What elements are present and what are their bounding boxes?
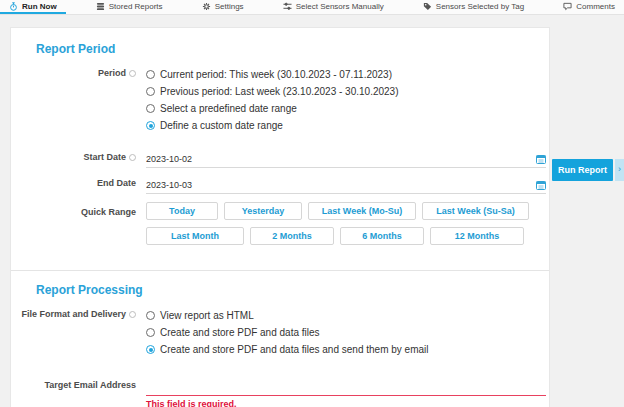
radio-label: Create and store PDF and data files [160,327,320,338]
period-row: Period Current period: This week (30.10.… [11,66,549,134]
calendar-icon[interactable] [536,154,546,164]
radio-icon[interactable] [146,121,155,130]
tab-settings[interactable]: Settings [193,0,253,14]
quick-range-label: Quick Range [11,202,146,217]
quick-range-12-months-button[interactable]: 12 Months [430,227,524,245]
info-icon[interactable] [129,70,136,77]
file-format-row: File Format and Delivery View report as … [11,307,549,358]
info-icon[interactable] [129,311,136,318]
tab-sensors-selected-by-tag[interactable]: Sensors Selected by Tag [414,0,533,14]
period-option-predefined[interactable]: Select a predefined date range [146,100,546,117]
radio-icon[interactable] [146,70,155,79]
quick-range-last-month-button[interactable]: Last Month [146,227,244,245]
expand-panel-chevron-icon[interactable]: › [615,159,624,181]
radio-icon[interactable] [146,311,155,320]
tab-stored-reports[interactable]: Stored Reports [87,0,172,14]
period-label: Period [11,66,146,78]
tab-label: Stored Reports [109,2,163,11]
radio-label: Previous period: Last week (23.10.2023 -… [160,86,399,97]
period-option-custom[interactable]: Define a custom date range [146,117,546,134]
period-option-previous[interactable]: Previous period: Last week (23.10.2023 -… [146,83,546,100]
quick-range-yesterday-button[interactable]: Yesterday [224,202,302,220]
tab-label: Run Now [22,2,57,11]
tab-select-sensors-manually[interactable]: Select Sensors Manually [274,0,393,14]
end-date-row: End Date [11,176,549,194]
start-date-label: Start Date [11,150,146,162]
tab-label: Settings [215,2,244,11]
quick-range-last-week-su-sa-button[interactable]: Last Week (Su-Sa) [422,202,529,220]
tab-label: Sensors Selected by Tag [436,2,524,11]
tab-bar: Run Now Stored Reports Settings Select S… [0,0,624,15]
sliders-icon [283,2,292,11]
radio-icon[interactable] [146,104,155,113]
file-format-label: File Format and Delivery [11,307,146,319]
quick-range-row: Quick Range Today Yesterday Last Week (M… [11,202,549,252]
required-field-error: This field is required. [146,399,546,407]
report-period-heading: Report Period [36,42,549,56]
end-date-input[interactable] [146,180,536,190]
section-divider [11,270,549,271]
file-format-option-pdf[interactable]: Create and store PDF and data files [146,324,546,341]
file-format-option-pdf-email[interactable]: Create and store PDF and data files and … [146,341,546,358]
gear-icon [202,2,211,11]
database-icon [96,2,105,11]
tab-label: Comments [576,2,615,11]
radio-icon[interactable] [146,87,155,96]
quick-range-today-button[interactable]: Today [146,202,218,220]
target-email-input[interactable] [146,382,546,392]
radio-label: Select a predefined date range [160,103,297,114]
quick-range-2-months-button[interactable]: 2 Months [250,227,334,245]
comment-icon [563,2,572,11]
target-email-row: Target Email Address This field is requi… [11,378,549,407]
report-processing-heading: Report Processing [36,283,549,297]
radio-label: View report as HTML [160,310,254,321]
report-settings-card: Report Period Period Current period: Thi… [10,27,550,407]
file-format-option-html[interactable]: View report as HTML [146,307,546,324]
radio-label: Define a custom date range [160,120,283,131]
tab-comments[interactable]: Comments [554,0,624,14]
end-date-label: End Date [11,176,146,188]
start-date-row: Start Date [11,150,549,168]
radio-label: Current period: This week (30.10.2023 - … [160,69,392,80]
target-email-label: Target Email Address [11,378,146,390]
period-option-current[interactable]: Current period: This week (30.10.2023 - … [146,66,546,83]
info-icon[interactable] [129,154,136,161]
stopwatch-icon [9,2,18,11]
radio-icon[interactable] [146,328,155,337]
radio-label: Create and store PDF and data files and … [160,344,428,355]
run-report-button[interactable]: Run Report [552,159,613,181]
start-date-input[interactable] [146,154,536,164]
calendar-icon[interactable] [536,180,546,190]
tab-run-now[interactable]: Run Now [0,0,66,14]
radio-icon[interactable] [146,345,155,354]
tag-icon [423,2,432,11]
tab-label: Select Sensors Manually [296,2,384,11]
quick-range-last-week-mo-su-button[interactable]: Last Week (Mo-Su) [308,202,416,220]
quick-range-6-months-button[interactable]: 6 Months [340,227,424,245]
